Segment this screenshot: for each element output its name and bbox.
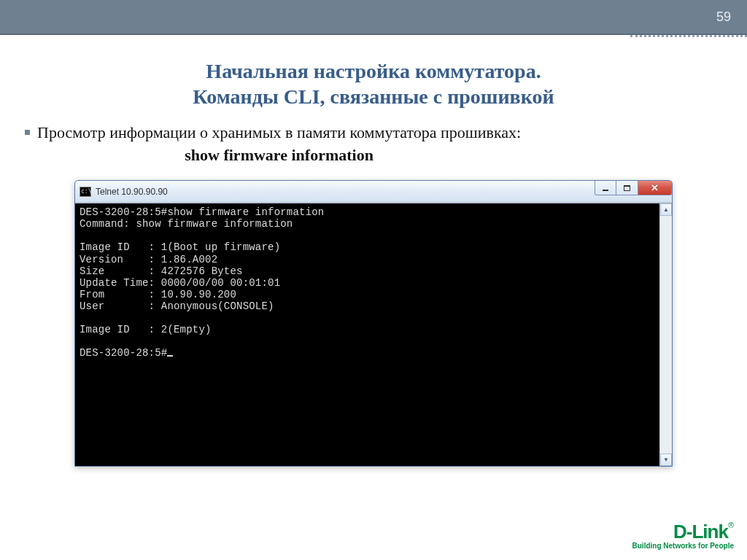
- window-titlebar[interactable]: c:\ Telnet 10.90.90.90 ✕: [75, 181, 672, 203]
- bullet-description: Просмотр информации о хранимых в памяти …: [37, 123, 521, 141]
- scroll-track[interactable]: [660, 216, 672, 454]
- scroll-down-button[interactable]: ▼: [660, 454, 672, 466]
- brand-logo: D-Link® Building Networks for People: [632, 521, 734, 550]
- close-icon: ✕: [651, 183, 659, 192]
- terminal-cursor: [167, 355, 173, 357]
- maximize-button[interactable]: [616, 181, 638, 195]
- title-line-2: Команды CLI, связанные с прошивкой: [29, 84, 718, 109]
- minimize-icon: [603, 190, 608, 191]
- bullet-item: Просмотр информации о хранимых в памяти …: [25, 122, 718, 166]
- slide-title: Начальная настройка коммутатора. Команды…: [0, 58, 747, 109]
- registered-mark: ®: [728, 521, 734, 529]
- logo-tagline: Building Networks for People: [632, 542, 734, 550]
- bullet-text: Просмотр информации о хранимых в памяти …: [37, 122, 521, 166]
- window-body: DES-3200-28:5#show firmware information …: [75, 203, 672, 466]
- terminal-screenshot: c:\ Telnet 10.90.90.90 ✕ DES-3200-28:5#s…: [74, 180, 673, 467]
- close-button[interactable]: ✕: [638, 181, 672, 195]
- window-frame: c:\ Telnet 10.90.90.90 ✕ DES-3200-28:5#s…: [74, 180, 673, 467]
- cmd-icon: c:\: [80, 187, 91, 197]
- page-number: 59: [716, 9, 731, 25]
- maximize-icon: [624, 185, 630, 191]
- bullet-command: show firmware information: [37, 145, 521, 166]
- window-title: Telnet 10.90.90.90: [96, 187, 168, 197]
- title-line-1: Начальная настройка коммутатора.: [29, 58, 718, 84]
- header-dotted-rule: [630, 35, 747, 37]
- bullet-marker: [25, 130, 30, 135]
- scroll-up-button[interactable]: ▲: [660, 203, 672, 216]
- logo-text: D-Link: [673, 521, 728, 542]
- vertical-scrollbar[interactable]: ▲ ▼: [659, 203, 672, 466]
- window-controls: ✕: [595, 181, 672, 202]
- terminal-output[interactable]: DES-3200-28:5#show firmware information …: [75, 203, 659, 466]
- slide-header: 59: [0, 0, 747, 35]
- minimize-button[interactable]: [595, 181, 616, 195]
